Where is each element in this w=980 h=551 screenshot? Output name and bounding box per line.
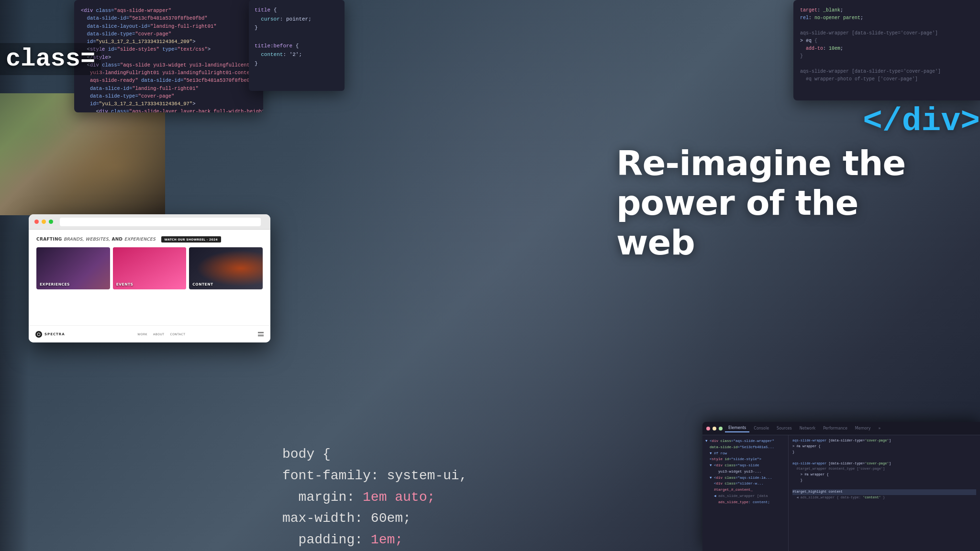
- devtools-panel: Elements Console Sources Network Perform…: [702, 422, 980, 551]
- devtools-tab-console[interactable]: Console: [750, 425, 772, 432]
- code-bottom-highlight1: 1em auto;: [363, 490, 435, 505]
- code-line: data-slice-id="landing-full-right01": [81, 85, 256, 92]
- code-line: <div class="aqs-slide-wrapper": [81, 7, 256, 14]
- nav-contact[interactable]: CONTACT: [170, 332, 185, 336]
- browser-mockup: CRAFTING brands, websites, AND experienc…: [29, 214, 270, 342]
- code-bottom-center: body { font-family: system-ui, margin: 1…: [282, 444, 467, 551]
- headline-line2: power of the web: [616, 183, 858, 263]
- code-panel-topcenter: title { cursor: pointer; } title:before …: [249, 0, 345, 91]
- nav-work[interactable]: WORK: [137, 332, 147, 336]
- class-label: class=: [0, 43, 101, 75]
- devtools-tab-performance[interactable]: Performance: [820, 425, 851, 432]
- card-label-events: EVENTS: [116, 282, 134, 287]
- code-line: id="yui_3_17_2_1_1733343124364_209">: [81, 38, 256, 45]
- devtools-dot-yellow: [713, 427, 716, 430]
- code-bottom-line4: max-width: 60em;: [282, 511, 411, 526]
- card-label-experiences: EXPERIENCES: [40, 282, 70, 287]
- browser-logo: SPECTRA: [35, 331, 65, 338]
- main-headline: Re-imagine the power of the web: [616, 143, 942, 262]
- browser-card-experiences: EXPERIENCES: [36, 247, 110, 289]
- devtools-tab-more[interactable]: »: [875, 425, 884, 432]
- code-line: </style>: [81, 54, 256, 61]
- logo-icon: [35, 331, 42, 338]
- devtools-tab-elements[interactable]: Elements: [725, 424, 749, 432]
- browser-minimize-dot: [42, 220, 46, 224]
- browser-card-events: EVENTS: [113, 247, 187, 289]
- browser-footer: SPECTRA WORK ABOUT CONTACT: [29, 325, 270, 342]
- devtools-body: ▼ <div class="aqs-slide-wrapper" data-sl…: [702, 435, 980, 551]
- devtools-tab-bar: Elements Console Sources Network Perform…: [702, 422, 980, 435]
- code-line: <div class="aqs-slide yui3-widget yui3-l…: [81, 61, 256, 69]
- nav-about[interactable]: ABOUT: [153, 332, 164, 336]
- code-line: <div class="aqs-slide-layer layer-back f…: [81, 108, 256, 112]
- logo-text: SPECTRA: [45, 332, 65, 336]
- devtools-tab-memory[interactable]: Memory: [852, 425, 874, 432]
- code-line: id="yui_3_17_2_1_1733343124364_97">: [81, 100, 256, 108]
- browser-bar: [29, 214, 270, 230]
- code-line: data-slide-type="cover-page": [81, 30, 256, 38]
- code-line: data-slide-type="cover-page": [81, 92, 256, 100]
- code-panel-topright: target: _blank; rel: no-opener parent; a…: [793, 0, 980, 100]
- browser-nav: WORK ABOUT CONTACT: [137, 332, 185, 336]
- browser-urlbar: [60, 218, 261, 226]
- code-line: data-slice-layout-id="landing-full-right…: [81, 22, 256, 30]
- devtools-tab-sources[interactable]: Sources: [773, 425, 795, 432]
- devtools-main: aqs-slide-wrapper [data-slider-type='cov…: [789, 435, 980, 551]
- browser-close-dot: [34, 220, 39, 224]
- browser-cta-button[interactable]: WATCH OUR SHOWREEL - 2024: [161, 236, 221, 242]
- code-bottom-highlight2: 1em;: [371, 532, 403, 547]
- browser-content: CRAFTING brands, websites, AND experienc…: [29, 230, 270, 325]
- code-bottom-line2: font-family: system-ui,: [282, 468, 467, 483]
- devtools-dot-green: [719, 427, 723, 430]
- devtools-dot-red: [706, 427, 710, 430]
- code-line: yui3-landingFullright01 yui3-landingfull…: [81, 69, 256, 77]
- browser-card-grid: EXPERIENCES EVENTS CONTENT: [36, 247, 263, 289]
- div-label: </div>: [863, 103, 980, 140]
- browser-maximize-dot: [49, 220, 53, 224]
- code-bottom-line1: body {: [282, 447, 331, 462]
- card-label-content: CONTENT: [192, 282, 213, 287]
- browser-card-content: CONTENT: [189, 247, 263, 289]
- headline-line1: Re-imagine the: [616, 143, 905, 183]
- hamburger-menu-icon[interactable]: [258, 332, 264, 336]
- code-panel-topleft: <div class="aqs-slide-wrapper" data-slid…: [74, 0, 263, 112]
- svg-point-0: [37, 333, 40, 336]
- devtools-sidebar: ▼ <div class="aqs-slide-wrapper" data-sl…: [702, 435, 789, 551]
- browser-site-headline: CRAFTING brands, websites, AND experienc…: [36, 236, 263, 242]
- code-line: data-slide-id="5e13cfb481a5370f8fbe0fbd": [81, 14, 256, 22]
- code-line: <style id="slide-styles" type="text/css"…: [81, 45, 256, 53]
- code-line: aqs-slide-ready" data-slide-id="5e13cfb4…: [81, 77, 256, 84]
- devtools-tab-network[interactable]: Network: [796, 425, 819, 432]
